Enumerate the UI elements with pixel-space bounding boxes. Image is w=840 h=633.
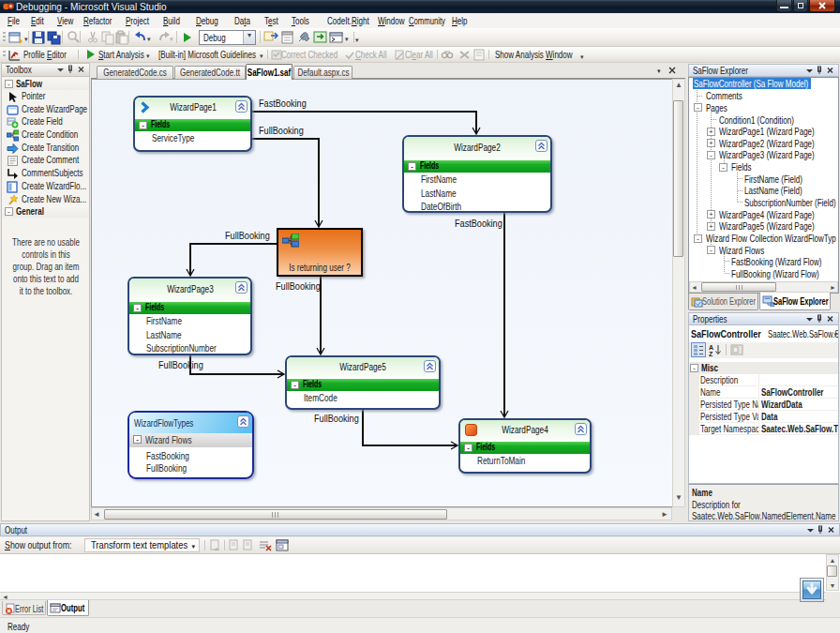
svg-text:A: A	[709, 344, 713, 351]
svg-text:Z: Z	[709, 351, 713, 357]
